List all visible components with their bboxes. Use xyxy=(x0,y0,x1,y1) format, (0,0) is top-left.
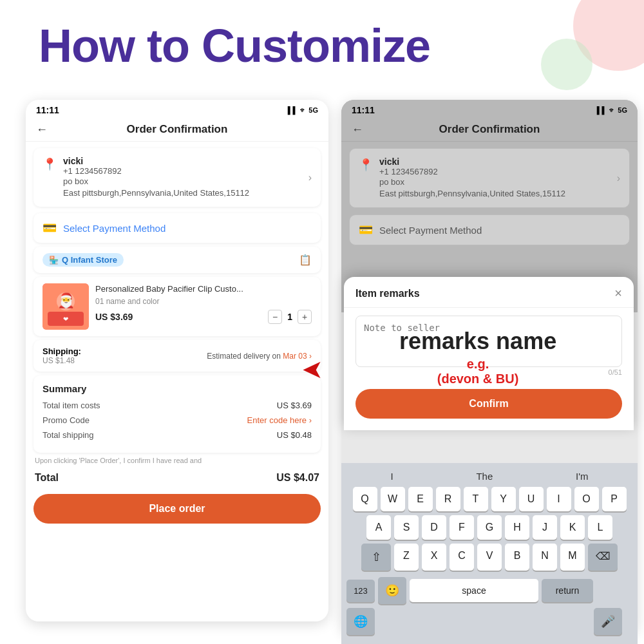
product-price-row-left: US $3.69 − 1 + xyxy=(95,310,312,324)
payment-row-right[interactable]: 💳 Select Payment Method xyxy=(349,214,630,245)
address-phone-left: +1 1234567892 xyxy=(63,166,302,176)
key-z[interactable]: Z xyxy=(394,544,419,571)
summary-promo-row-left[interactable]: Promo Code Enter code here › xyxy=(43,415,312,425)
summary-shipping-row-left: Total shipping US $0.48 xyxy=(43,430,312,440)
key-s[interactable]: S xyxy=(394,515,419,540)
total-row-left: Total US $4.07 xyxy=(33,468,321,488)
shipping-row-left: Shipping: US $1.48 Estimated delivery on… xyxy=(33,340,321,372)
key-n[interactable]: N xyxy=(533,544,557,571)
keyboard-row-1: Q W E R T Y U I O P xyxy=(344,487,635,511)
annotation-box: remarks name e.g. (devon & BU) xyxy=(399,328,556,386)
key-w[interactable]: W xyxy=(381,487,405,511)
keyboard-globe-row: 🌐 🎤 xyxy=(344,607,635,638)
remarks-title: Item remarks xyxy=(355,288,420,299)
status-icons-left: ▌▌ ᯤ 5G xyxy=(288,106,318,114)
key-f[interactable]: F xyxy=(450,515,474,540)
key-o[interactable]: O xyxy=(574,487,599,511)
key-space[interactable]: space xyxy=(410,579,538,602)
annotation-main-text: remarks name xyxy=(399,328,556,354)
key-i[interactable]: I xyxy=(547,487,571,511)
key-return[interactable]: return xyxy=(542,579,593,602)
summary-shipping-label-left: Total shipping xyxy=(43,430,94,440)
summary-item-row-left: Total item costs US $3.69 xyxy=(43,401,312,410)
key-mic[interactable]: 🎤 xyxy=(594,608,622,635)
address-card-left[interactable]: 📍 vicki +1 1234567892 po box East pittsb… xyxy=(33,148,321,207)
key-c[interactable]: C xyxy=(450,544,474,571)
location-icon-left: 📍 xyxy=(43,157,57,171)
key-x[interactable]: X xyxy=(422,544,446,571)
store-name-left: Q Infant Store xyxy=(62,255,117,265)
address-arrow-right: › xyxy=(617,173,620,184)
note-icon-left[interactable]: 📋 xyxy=(299,254,312,266)
summary-item-label-left: Total item costs xyxy=(43,401,100,410)
svg-text:🎅: 🎅 xyxy=(57,292,75,309)
key-j[interactable]: J xyxy=(533,515,557,540)
address-name-left: vicki xyxy=(63,156,302,166)
keyboard: I The I'm Q W E R T Y U I O P A S D F G … xyxy=(341,463,638,644)
suggestion-the[interactable]: The xyxy=(476,471,493,482)
address-name-right: vicki xyxy=(379,156,611,167)
address-phone-right: +1 1234567892 xyxy=(379,167,611,176)
key-123[interactable]: 123 xyxy=(346,580,375,602)
disclaimer-left: Upon clicking 'Place Order', I confirm I… xyxy=(33,457,321,464)
nav-back-left[interactable]: ← xyxy=(36,123,48,137)
store-badge-left: 🏪 Q Infant Store xyxy=(43,253,124,267)
keyboard-row-3: ⇧ Z X C V B N M ⌫ xyxy=(344,544,635,571)
qty-plus-left[interactable]: + xyxy=(298,310,312,324)
product-variant-left: 01 name and color xyxy=(95,297,312,306)
suggestion-i[interactable]: I xyxy=(390,471,393,482)
key-h[interactable]: H xyxy=(505,515,529,540)
keyboard-suggestions: I The I'm xyxy=(344,468,635,487)
key-v[interactable]: V xyxy=(477,544,502,571)
key-u[interactable]: U xyxy=(519,487,544,511)
nav-back-right[interactable]: ← xyxy=(352,123,363,137)
key-b[interactable]: B xyxy=(505,544,529,571)
nav-title-left: Order Confirmation xyxy=(127,123,228,136)
key-k[interactable]: K xyxy=(560,515,585,540)
place-order-button[interactable]: Place order xyxy=(33,494,321,524)
remarks-header: Item remarks × xyxy=(344,277,634,308)
product-price-left: US $3.69 xyxy=(95,312,133,322)
shipping-label-left: Shipping: xyxy=(43,346,81,356)
remarks-close-icon[interactable]: × xyxy=(614,286,622,301)
key-p[interactable]: P xyxy=(602,487,627,511)
status-bar-right: 11:11 ▌▌ ᯤ 5G xyxy=(341,100,638,118)
key-globe[interactable]: 🌐 xyxy=(346,608,375,635)
address-po-left: po box xyxy=(63,176,302,187)
annotation-eg-example: (devon & BU) xyxy=(399,372,556,386)
total-label-left: Total xyxy=(35,472,59,484)
key-delete[interactable]: ⌫ xyxy=(588,544,618,571)
key-m[interactable]: M xyxy=(560,544,585,571)
key-t[interactable]: T xyxy=(464,487,488,511)
payment-text-right: Select Payment Method xyxy=(379,225,482,236)
address-city-right: East pittsburgh,Pennsylvania,United Stat… xyxy=(379,188,611,200)
key-y[interactable]: Y xyxy=(491,487,516,511)
key-a[interactable]: A xyxy=(366,515,391,540)
key-emoji[interactable]: 🙂 xyxy=(378,577,406,604)
confirm-button[interactable]: Confirm xyxy=(355,389,622,419)
payment-row-left[interactable]: 💳 Select Payment Method xyxy=(33,213,321,243)
key-d[interactable]: D xyxy=(422,515,446,540)
product-row-left: 🎅 ❤ Personalized Baby Pacifier Clip Cust… xyxy=(33,277,321,336)
shipping-info-left: Shipping: US $1.48 xyxy=(43,346,81,365)
qty-minus-left[interactable]: − xyxy=(268,310,282,324)
key-q[interactable]: Q xyxy=(353,487,377,511)
key-shift[interactable]: ⇧ xyxy=(361,544,391,571)
key-l[interactable]: L xyxy=(588,515,612,540)
keyboard-row-2: A S D F G H J K L xyxy=(344,515,635,540)
suggestion-im[interactable]: I'm xyxy=(576,471,589,482)
payment-icon-right: 💳 xyxy=(359,223,373,237)
nav-title-right: Order Confirmation xyxy=(439,123,540,136)
key-g[interactable]: G xyxy=(477,515,502,540)
annotation-eg-label: e.g. xyxy=(399,357,556,372)
location-icon-right: 📍 xyxy=(359,158,373,172)
qty-control-left[interactable]: − 1 + xyxy=(268,310,312,324)
store-row-left: 🏪 Q Infant Store 📋 xyxy=(33,247,321,273)
address-card-right[interactable]: 📍 vicki +1 1234567892 po box East pittsb… xyxy=(349,148,630,208)
product-title-left: Personalized Baby Pacifier Clip Custo... xyxy=(95,283,312,295)
summary-promo-label-left: Promo Code xyxy=(43,415,90,425)
key-e[interactable]: E xyxy=(408,487,433,511)
key-r[interactable]: R xyxy=(436,487,460,511)
nav-bar-right: ← Order Confirmation xyxy=(341,118,638,142)
address-info-right: vicki +1 1234567892 po box East pittsbur… xyxy=(379,156,611,200)
